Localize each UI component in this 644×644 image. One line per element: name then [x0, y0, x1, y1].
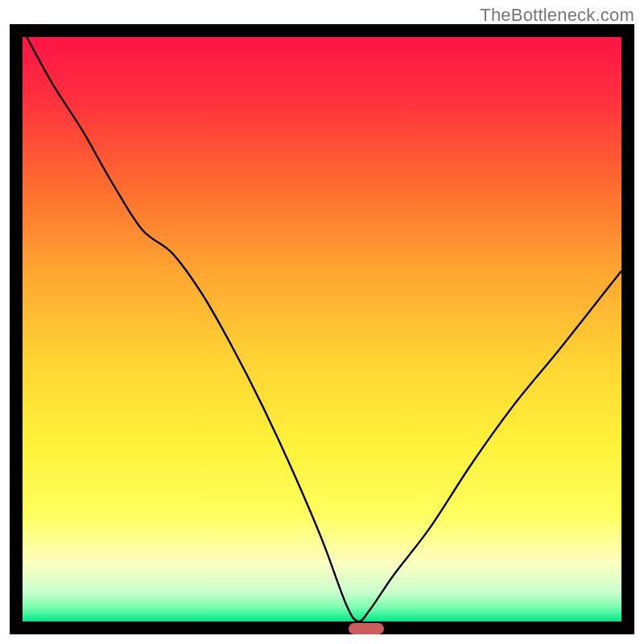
chart-container: TheBottleneck.com — [0, 0, 644, 644]
chart-svg — [0, 0, 644, 644]
gradient-background — [23, 37, 621, 621]
optimal-marker — [349, 623, 384, 634]
watermark: TheBottleneck.com — [480, 5, 634, 26]
